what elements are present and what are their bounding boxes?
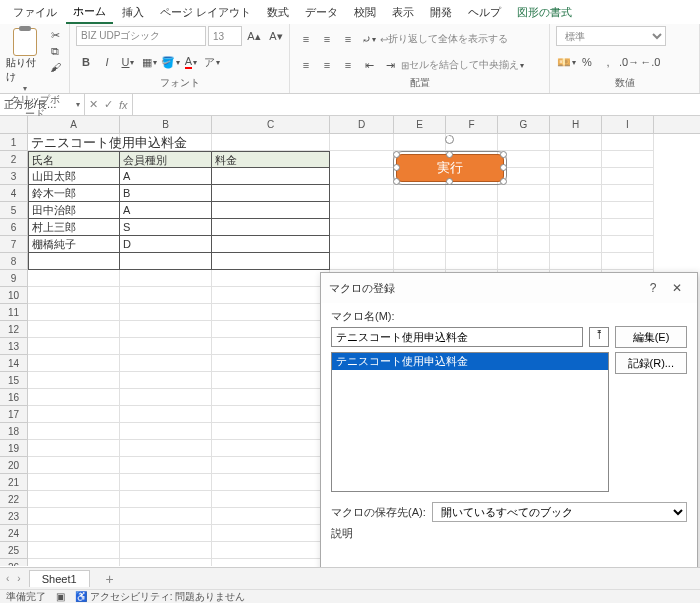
row-header[interactable]: 19 xyxy=(0,440,28,457)
inc-decimal-icon[interactable]: .0→ xyxy=(619,52,639,72)
italic-button[interactable]: I xyxy=(97,52,117,72)
cell[interactable] xyxy=(212,287,330,304)
rotate-handle-icon[interactable] xyxy=(445,135,454,144)
align-top-icon[interactable]: ≡ xyxy=(296,29,316,49)
col-header[interactable]: H xyxy=(550,116,602,133)
cell[interactable] xyxy=(120,321,212,338)
cell[interactable]: 会員種別 xyxy=(120,151,212,168)
row-header[interactable]: 4 xyxy=(0,185,28,202)
font-name-select[interactable] xyxy=(76,26,206,46)
menu-review[interactable]: 校閲 xyxy=(347,2,383,23)
cell[interactable] xyxy=(212,338,330,355)
cell[interactable] xyxy=(120,270,212,287)
cell[interactable] xyxy=(212,321,330,338)
font-size-select[interactable] xyxy=(208,26,242,46)
add-sheet-icon[interactable]: + xyxy=(98,571,122,587)
cell[interactable] xyxy=(446,185,498,202)
cell[interactable] xyxy=(212,355,330,372)
cancel-formula-icon[interactable]: ✕ xyxy=(89,98,98,111)
increase-font-icon[interactable]: A▴ xyxy=(244,26,264,46)
format-painter-icon[interactable]: 🖌 xyxy=(47,60,63,74)
row-header[interactable]: 13 xyxy=(0,338,28,355)
percent-icon[interactable]: % xyxy=(577,52,597,72)
cell[interactable] xyxy=(212,491,330,508)
menu-pagelayout[interactable]: ページ レイアウト xyxy=(153,2,258,23)
enter-formula-icon[interactable]: ✓ xyxy=(104,98,113,111)
cell[interactable] xyxy=(120,559,212,566)
cell[interactable] xyxy=(498,134,550,151)
cell[interactable] xyxy=(602,236,654,253)
indent-dec-icon[interactable]: ⇤ xyxy=(359,55,379,75)
fx-icon[interactable]: fx xyxy=(119,99,128,111)
cell[interactable] xyxy=(498,236,550,253)
row-header[interactable]: 18 xyxy=(0,423,28,440)
sheet-tab[interactable]: Sheet1 xyxy=(29,570,90,587)
cell[interactable] xyxy=(212,270,330,287)
cell[interactable] xyxy=(28,559,120,566)
number-format-select[interactable]: 標準 xyxy=(556,26,666,46)
cell[interactable] xyxy=(120,134,212,151)
menu-data[interactable]: データ xyxy=(298,2,345,23)
cell[interactable] xyxy=(212,304,330,321)
cell[interactable] xyxy=(120,508,212,525)
align-right-icon[interactable]: ≡ xyxy=(338,55,358,75)
cell[interactable] xyxy=(212,372,330,389)
list-item[interactable]: テニスコート使用申込料金 xyxy=(332,353,608,370)
cell[interactable] xyxy=(330,134,394,151)
cell[interactable] xyxy=(394,236,446,253)
cell[interactable] xyxy=(602,168,654,185)
cell[interactable] xyxy=(394,185,446,202)
cell[interactable] xyxy=(120,406,212,423)
orientation-icon[interactable]: ⤾ xyxy=(359,29,379,49)
cell[interactable] xyxy=(28,406,120,423)
cell[interactable] xyxy=(212,202,330,219)
cell[interactable] xyxy=(550,236,602,253)
cell[interactable] xyxy=(212,253,330,270)
cell[interactable] xyxy=(120,474,212,491)
cell[interactable] xyxy=(28,508,120,525)
tab-nav-prev-icon[interactable]: ‹ xyxy=(6,573,9,584)
menu-formulas[interactable]: 数式 xyxy=(260,2,296,23)
cell[interactable]: A xyxy=(120,168,212,185)
help-icon[interactable]: ? xyxy=(641,281,665,295)
cell[interactable] xyxy=(120,355,212,372)
row-header[interactable]: 21 xyxy=(0,474,28,491)
row-header[interactable]: 2 xyxy=(0,151,28,168)
cell[interactable] xyxy=(28,338,120,355)
row-header[interactable]: 24 xyxy=(0,525,28,542)
cell[interactable] xyxy=(498,219,550,236)
row-header[interactable]: 22 xyxy=(0,491,28,508)
run-button-shape[interactable]: 実行 xyxy=(396,154,504,182)
cell[interactable] xyxy=(120,525,212,542)
macro-list[interactable]: テニスコート使用申込料金 xyxy=(331,352,609,492)
cell[interactable] xyxy=(120,389,212,406)
cell[interactable] xyxy=(330,168,394,185)
record-button[interactable]: 記録(R)... xyxy=(615,352,687,374)
paste-button[interactable]: 貼り付け ▾ xyxy=(6,26,44,93)
menu-file[interactable]: ファイル xyxy=(6,2,64,23)
cell[interactable] xyxy=(602,151,654,168)
cell[interactable] xyxy=(212,508,330,525)
cell[interactable] xyxy=(446,219,498,236)
cell[interactable]: 料金 xyxy=(212,151,330,168)
cell[interactable]: 村上三郎 xyxy=(28,219,120,236)
cell[interactable] xyxy=(330,219,394,236)
cell[interactable] xyxy=(28,457,120,474)
cell[interactable]: 鈴木一郎 xyxy=(28,185,120,202)
cell[interactable]: 田中治郎 xyxy=(28,202,120,219)
menu-view[interactable]: 表示 xyxy=(385,2,421,23)
cell[interactable] xyxy=(212,185,330,202)
currency-icon[interactable]: 💴 xyxy=(556,52,576,72)
formula-input[interactable] xyxy=(133,94,700,115)
macro-rec-icon[interactable]: ▣ xyxy=(56,591,65,602)
menu-help[interactable]: ヘルプ xyxy=(461,2,508,23)
row-header[interactable]: 5 xyxy=(0,202,28,219)
col-header[interactable]: A xyxy=(28,116,120,133)
menu-insert[interactable]: 挿入 xyxy=(115,2,151,23)
cell[interactable] xyxy=(330,151,394,168)
cell[interactable] xyxy=(550,168,602,185)
cell[interactable] xyxy=(394,202,446,219)
cell[interactable] xyxy=(446,253,498,270)
cell[interactable] xyxy=(212,525,330,542)
cell[interactable]: B xyxy=(120,185,212,202)
